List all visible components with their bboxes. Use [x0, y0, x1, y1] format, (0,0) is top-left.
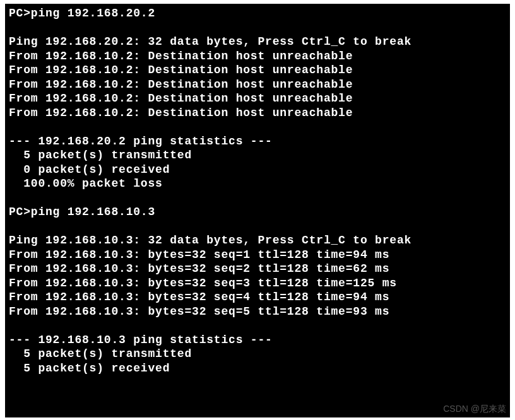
terminal-line [9, 318, 507, 333]
terminal-line [9, 219, 507, 234]
terminal-window[interactable]: PC>ping 192.168.20.2 Ping 192.168.20.2: … [5, 4, 510, 417]
terminal-line: From 192.168.10.3: bytes=32 seq=3 ttl=12… [9, 276, 507, 291]
terminal-line: From 192.168.10.2: Destination host unre… [9, 91, 507, 106]
terminal-line: --- 192.168.20.2 ping statistics --- [9, 134, 507, 149]
terminal-line: Ping 192.168.20.2: 32 data bytes, Press … [9, 35, 507, 49]
terminal-line [9, 191, 507, 206]
terminal-line: From 192.168.10.3: bytes=32 seq=4 ttl=12… [9, 290, 507, 305]
terminal-line [9, 21, 507, 35]
terminal-line: 100.00% packet loss [9, 177, 507, 191]
terminal-line: 5 packet(s) received [9, 361, 507, 376]
terminal-line: From 192.168.10.2: Destination host unre… [9, 49, 507, 64]
terminal-line: 0 packet(s) received [9, 163, 507, 177]
watermark-text: CSDN @尼来菜 [443, 404, 506, 415]
terminal-line: From 192.168.10.2: Destination host unre… [9, 78, 507, 92]
terminal-line: --- 192.168.10.3 ping statistics --- [9, 333, 507, 347]
terminal-line: From 192.168.10.2: Destination host unre… [9, 63, 507, 78]
terminal-line: 5 packet(s) transmitted [9, 347, 507, 361]
terminal-line: From 192.168.10.3: bytes=32 seq=2 ttl=12… [9, 262, 507, 276]
terminal-line: From 192.168.10.3: bytes=32 seq=5 ttl=12… [9, 305, 507, 319]
terminal-line: PC>ping 192.168.10.3 [9, 205, 507, 219]
terminal-line: From 192.168.10.2: Destination host unre… [9, 106, 507, 120]
terminal-line: PC>ping 192.168.20.2 [9, 6, 507, 21]
terminal-line [9, 120, 507, 134]
terminal-line: 5 packet(s) transmitted [9, 148, 507, 163]
terminal-line: Ping 192.168.10.3: 32 data bytes, Press … [9, 233, 507, 248]
terminal-line: From 192.168.10.3: bytes=32 seq=1 ttl=12… [9, 248, 507, 262]
